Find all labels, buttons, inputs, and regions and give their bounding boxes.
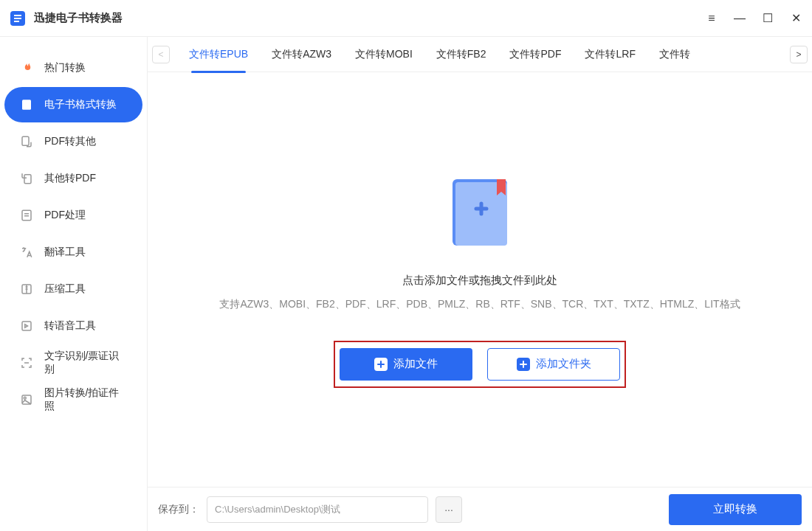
minimize-icon[interactable]: — <box>732 12 747 25</box>
pdf-in-icon <box>19 171 34 186</box>
support-text: 支持AZW3、MOBI、FB2、PDF、LRF、PDB、PMLZ、RB、RTF、… <box>219 298 740 311</box>
sidebar-item-translate[interactable]: 翻译工具 <box>4 235 142 270</box>
tab-fb2[interactable]: 文件转FB2 <box>432 37 491 72</box>
button-row-highlight: 添加文件 添加文件夹 <box>334 341 626 388</box>
sidebar-item-tts[interactable]: 转语音工具 <box>4 308 142 344</box>
tab-pdf[interactable]: 文件转PDF <box>505 37 565 72</box>
fire-icon <box>19 60 34 75</box>
book-icon <box>19 97 34 112</box>
tab-mobi[interactable]: 文件转MOBI <box>351 37 417 72</box>
sidebar-item-pdf-to-other[interactable]: PDF转其他 <box>4 124 142 159</box>
sidebar-item-compress[interactable]: 压缩工具 <box>4 271 142 307</box>
add-file-button[interactable]: 添加文件 <box>340 348 472 381</box>
sidebar-item-label: 翻译工具 <box>44 246 86 259</box>
audio-icon <box>19 319 34 333</box>
app-logo-icon <box>9 10 27 27</box>
sidebar-item-label: 电子书格式转换 <box>44 98 117 111</box>
close-icon[interactable]: ✕ <box>788 11 803 25</box>
convert-label: 立即转换 <box>713 502 757 516</box>
ocr-icon <box>19 355 34 370</box>
drop-text: 点击添加文件或拖拽文件到此处 <box>402 274 557 288</box>
sidebar: 热门转换 电子书格式转换 PDF转其他 其他转PDF PDF处理 翻译工具 压缩… <box>0 37 148 531</box>
browse-button[interactable]: ··· <box>436 496 462 523</box>
sidebar-item-pdf-process[interactable]: PDF处理 <box>4 198 142 233</box>
sidebar-item-hot[interactable]: 热门转换 <box>4 50 142 86</box>
sidebar-item-other-to-pdf[interactable]: 其他转PDF <box>4 161 142 196</box>
sidebar-item-ebook-convert[interactable]: 电子书格式转换 <box>4 87 142 122</box>
book-add-icon <box>439 172 520 256</box>
sidebar-item-label: 文字识别/票证识别 <box>44 350 128 376</box>
menu-icon[interactable]: ≡ <box>704 12 719 25</box>
convert-button[interactable]: 立即转换 <box>669 494 802 525</box>
window-controls: ≡ — ☐ ✕ <box>704 11 803 25</box>
svg-rect-2 <box>22 136 29 145</box>
tab-next-button[interactable]: > <box>790 46 808 63</box>
plus-icon <box>517 358 530 371</box>
plus-icon <box>374 358 388 371</box>
tab-azw3[interactable]: 文件转AZW3 <box>267 37 336 72</box>
sidebar-item-label: 图片转换/拍证件照 <box>44 386 128 413</box>
tab-lrf[interactable]: 文件转LRF <box>580 37 639 72</box>
sidebar-item-label: 压缩工具 <box>44 282 86 296</box>
pdf-tool-icon <box>19 208 34 223</box>
main: < 文件转EPUB 文件转AZW3 文件转MOBI 文件转FB2 文件转PDF … <box>148 37 812 531</box>
sidebar-item-label: PDF转其他 <box>44 135 96 148</box>
svg-rect-6 <box>22 322 31 330</box>
footer: 保存到： ··· 立即转换 <box>148 487 812 531</box>
save-to-label: 保存到： <box>158 503 199 516</box>
sidebar-item-image-convert[interactable]: 图片转换/拍证件照 <box>4 382 142 417</box>
tabs: < 文件转EPUB 文件转AZW3 文件转MOBI 文件转FB2 文件转PDF … <box>148 37 812 72</box>
add-file-label: 添加文件 <box>393 357 438 371</box>
maximize-icon[interactable]: ☐ <box>760 11 775 25</box>
sidebar-item-ocr[interactable]: 文字识别/票证识别 <box>4 345 142 381</box>
sidebar-item-label: PDF处理 <box>44 209 86 222</box>
add-folder-button[interactable]: 添加文件夹 <box>487 348 620 381</box>
drop-area[interactable]: 点击添加文件或拖拽文件到此处 支持AZW3、MOBI、FB2、PDF、LRF、P… <box>148 72 812 487</box>
pdf-out-icon <box>19 134 34 149</box>
compress-icon <box>19 282 34 296</box>
tab-more[interactable]: 文件转 <box>655 37 695 72</box>
svg-point-8 <box>24 397 26 399</box>
titlebar: 迅捷电子书转换器 ≡ — ☐ ✕ <box>0 0 812 37</box>
tab-epub[interactable]: 文件转EPUB <box>185 37 252 72</box>
translate-icon <box>19 245 34 260</box>
app-title: 迅捷电子书转换器 <box>34 11 123 25</box>
svg-rect-1 <box>22 100 31 110</box>
save-path-input[interactable] <box>207 496 428 523</box>
sidebar-item-label: 其他转PDF <box>44 172 96 185</box>
image-icon <box>19 392 34 407</box>
tab-prev-button[interactable]: < <box>152 46 170 63</box>
sidebar-item-label: 热门转换 <box>44 61 86 74</box>
svg-rect-3 <box>24 175 31 184</box>
add-folder-label: 添加文件夹 <box>536 357 591 371</box>
sidebar-item-label: 转语音工具 <box>44 319 96 333</box>
